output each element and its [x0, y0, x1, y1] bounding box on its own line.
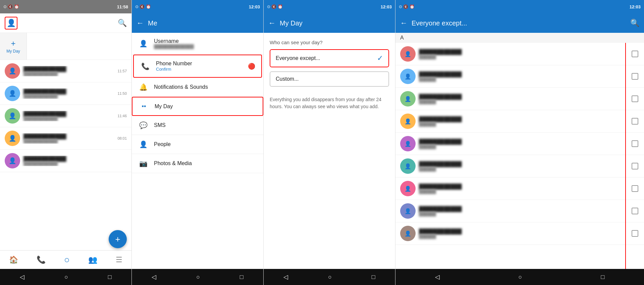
settings-people[interactable]: 👤 People [132, 135, 263, 154]
list-item[interactable]: 👤 ████████████ ██████ [395, 43, 625, 65]
checkbox-cell[interactable] [626, 110, 644, 133]
list-item[interactable]: 👤 ████████████ ██████ [395, 200, 625, 222]
list-item[interactable]: 👤 ████████████ ████████████ 11:46 [0, 105, 131, 127]
back-arrow-icon[interactable]: ← [137, 19, 144, 27]
settings-item-content: SMS [149, 122, 257, 128]
checkbox-cell[interactable] [626, 65, 644, 88]
avatar: 👤 [5, 86, 20, 101]
home-button-p2[interactable]: ○ [196, 274, 200, 281]
contact-time: 11:57 [117, 69, 127, 73]
avatar: 👤 [400, 203, 416, 219]
nav-home[interactable]: 🏠 [9, 256, 18, 264]
settings-list: 👤 Username ██████████████ 📞 Phone Number… [132, 33, 263, 269]
person-name: ████████████ [419, 228, 617, 234]
checkbox[interactable] [632, 230, 638, 237]
recent-button-p2[interactable]: □ [240, 274, 244, 281]
contact-info: ████████████ ████████████ [20, 66, 117, 76]
back-button-p3[interactable]: ◁ [283, 273, 288, 281]
list-item[interactable]: 👤 ████████████ ████████████ [0, 150, 131, 172]
confirm-label: Confirm [156, 67, 248, 72]
notifications-label: Notifications & Sounds [154, 84, 257, 90]
nav-circle[interactable]: ○ [64, 255, 70, 265]
settings-phone-number[interactable]: 📞 Phone Number Confirm 🔴 [133, 55, 262, 78]
everyone-except-option[interactable]: Everyone except... ✓ [270, 49, 389, 67]
checkbox-cell[interactable] [626, 177, 644, 200]
avatar-icon[interactable]: 👤 [5, 17, 17, 29]
recent-button[interactable]: □ [108, 274, 112, 281]
settings-notifications[interactable]: 🔔 Notifications & Sounds [132, 78, 263, 97]
people-list-wrapper: 👤 ████████████ ██████ 👤 ████████████ ███… [395, 43, 644, 269]
contact-info: ████████████ ████████████ [20, 133, 117, 144]
list-item[interactable]: 👤 ████████████ ████████████ 08:01 [0, 127, 131, 150]
checkbox[interactable] [632, 163, 638, 169]
bell-icon: 🔔 [138, 83, 149, 91]
nav-people[interactable]: 👥 [88, 256, 97, 264]
back-button[interactable]: ◁ [20, 273, 24, 281]
checkbox[interactable] [632, 208, 638, 214]
android-nav-p4: ◁ ○ □ [395, 269, 644, 285]
list-item[interactable]: 👤 ████████████ ██████ [395, 65, 625, 88]
nav-menu[interactable]: ☰ [116, 256, 122, 264]
checkbox[interactable] [632, 51, 638, 57]
list-item[interactable]: 👤 ████████████ ██████ [395, 222, 625, 245]
contact-name: ████████████ [23, 133, 114, 139]
checkbox-cell[interactable] [626, 88, 644, 110]
home-button-p3[interactable]: ○ [328, 274, 332, 281]
checkbox-cell[interactable] [626, 222, 644, 245]
search-icon-p1[interactable]: 🔍 [118, 19, 127, 27]
settings-item-content: My Day [149, 103, 257, 110]
list-item[interactable]: 👤 ████████████ ████████████ 11:57 [0, 60, 131, 82]
contact-time: 11:46 [117, 114, 127, 118]
my-day-plus-icon: + [11, 39, 15, 48]
list-item[interactable]: 👤 ████████████ ████████████ 11:50 [0, 82, 131, 105]
person-name: ████████████ [419, 139, 617, 144]
back-button-p2[interactable]: ◁ [152, 273, 156, 281]
settings-photos[interactable]: 📷 Photos & Media [132, 154, 263, 173]
settings-my-day[interactable]: ▪▪ My Day [132, 97, 263, 116]
my-day-label: My Day [6, 49, 20, 54]
people-info: ████████████ ██████ [416, 94, 621, 104]
android-nav-p3: ◁ ○ □ [264, 269, 395, 285]
checkbox[interactable] [632, 185, 638, 192]
checkbox[interactable] [632, 118, 638, 125]
home-button-p4[interactable]: ○ [519, 274, 522, 281]
status-time-p4: 12:03 [630, 4, 641, 9]
checkbox[interactable] [632, 95, 638, 102]
search-icon-p4[interactable]: 🔍 [630, 19, 639, 27]
home-button[interactable]: ○ [64, 274, 68, 281]
contact-msg: ████████████ [23, 72, 114, 76]
fab-button[interactable]: + [109, 230, 127, 248]
people-label: People [154, 141, 257, 147]
checkbox-cell[interactable] [626, 43, 644, 65]
list-item[interactable]: 👤 ████████████ ██████ [395, 110, 625, 133]
status-icons-p4: ⊙ 🔇 ⏰ [399, 4, 415, 9]
back-arrow-icon-p3[interactable]: ← [268, 19, 276, 27]
back-arrow-icon-p4[interactable]: ← [400, 19, 408, 27]
list-item[interactable]: 👤 ████████████ ██████ [395, 177, 625, 200]
custom-option[interactable]: Custom... [270, 71, 389, 87]
checkbox-cell[interactable] [626, 155, 644, 177]
list-item[interactable]: 👤 ████████████ ██████ [395, 155, 625, 177]
person-sub: ██████ [419, 212, 617, 216]
status-time-p3: 12:03 [381, 4, 392, 9]
android-nav-p1: ◁ ○ □ [0, 269, 131, 285]
settings-sms[interactable]: 💬 SMS [132, 116, 263, 135]
photos-label: Photos & Media [154, 160, 257, 166]
back-button-p4[interactable]: ◁ [435, 273, 440, 281]
recent-button-p4[interactable]: □ [601, 274, 605, 281]
person-name: ████████████ [419, 49, 617, 55]
checkbox-cell[interactable] [626, 200, 644, 222]
my-day-row: + My Day [0, 33, 131, 60]
list-item[interactable]: 👤 ████████████ ██████ [395, 133, 625, 155]
list-item[interactable]: 👤 ████████████ ██████ [395, 88, 625, 110]
recent-button-p3[interactable]: □ [372, 274, 375, 281]
nav-phone[interactable]: 📞 [37, 256, 46, 264]
contacts-panel: ⊙ 🔇 ⏰ 11:58 👤 🔍 + My Day 👤 ████████████ … [0, 0, 132, 285]
my-day-settings-label: My Day [155, 103, 257, 110]
person-name: ████████████ [419, 71, 617, 77]
checkbox-cell[interactable] [626, 133, 644, 155]
settings-username[interactable]: 👤 Username ██████████████ [132, 33, 263, 55]
my-day-button[interactable]: + My Day [0, 33, 27, 60]
checkbox[interactable] [632, 73, 638, 80]
checkbox[interactable] [632, 140, 638, 147]
